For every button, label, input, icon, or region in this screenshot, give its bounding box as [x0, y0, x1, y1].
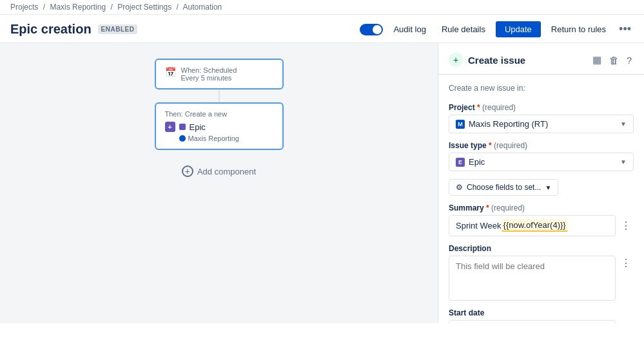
summary-input[interactable]: Sprint Week {{now.ofYear(4)}}	[449, 215, 616, 236]
start-date-input[interactable]	[449, 321, 600, 323]
enabled-toggle[interactable]	[360, 24, 383, 35]
epic-dot	[179, 124, 186, 130]
breadcrumb: Projects / Maxis Reporting / Project Set…	[0, 0, 644, 15]
add-component-button[interactable]: + Add component	[177, 163, 261, 180]
summary-static-text: Sprint Week	[456, 221, 502, 230]
issue-type-value: Epic	[469, 157, 485, 167]
choose-fields-label: Choose fields to set...	[467, 183, 541, 192]
project-icon: M	[456, 120, 465, 129]
create-issue-icon: +	[449, 53, 463, 67]
action-type: Epic	[190, 122, 206, 132]
description-textarea[interactable]	[449, 256, 616, 301]
action-card[interactable]: Then: Create a new + Epic Maxis Reportin…	[155, 102, 284, 150]
description-field-group: Description ⋮	[449, 244, 634, 301]
rule-details-button[interactable]: Rule details	[436, 22, 491, 37]
return-to-rules-button[interactable]: Return to rules	[546, 22, 611, 37]
add-component-label: Add component	[197, 167, 256, 176]
audit-log-button[interactable]: Audit log	[388, 22, 431, 37]
issue-type-label: Issue type * (required)	[449, 141, 634, 150]
start-date-label: Start date	[449, 308, 634, 317]
project-dot	[179, 135, 186, 142]
summary-label: Summary * (required)	[449, 203, 634, 212]
start-date-help-icon[interactable]: ?	[600, 322, 615, 323]
summary-more-button[interactable]: ⋮	[618, 218, 634, 233]
gear-icon: ⚙	[456, 183, 463, 192]
action-project: Maxis Reporting	[188, 135, 239, 142]
update-button[interactable]: Update	[496, 21, 541, 37]
panel-delete-button[interactable]: 🗑	[607, 53, 621, 68]
project-value: Maxis Reporting (RT)	[469, 119, 548, 129]
start-date-more-button[interactable]: ⋮	[618, 322, 634, 323]
start-date-field-group: Start date ? ⋮ Pick a date	[449, 308, 634, 323]
project-select[interactable]: M Maxis Reporting (RT) ▼	[449, 115, 634, 133]
right-panel: + Create issue ▦ 🗑 ? Create a new issue …	[438, 43, 644, 323]
summary-field-group: Summary * (required) Sprint Week {{now.o…	[449, 203, 634, 236]
project-field-group: Project * (required) M Maxis Reporting (…	[449, 103, 634, 133]
panel-sub-label: Create a new issue in:	[449, 84, 634, 93]
summary-smart-value: {{now.ofYear(4)}}	[502, 220, 568, 232]
more-options-icon[interactable]: •••	[616, 21, 634, 37]
project-label: Project * (required)	[449, 103, 634, 112]
issue-type-dropdown-arrow: ▼	[620, 158, 627, 165]
trigger-label: When: Scheduled	[181, 66, 237, 74]
enabled-badge: ENABLED	[98, 24, 138, 34]
action-card-header: Then: Create a new	[165, 110, 273, 118]
description-label: Description	[449, 244, 634, 253]
add-icon: +	[182, 165, 193, 177]
trigger-sub: Every 5 minutes	[181, 74, 237, 82]
panel-title: Create issue	[468, 55, 585, 66]
issue-type-field-group: Issue type * (required) E Epic ▼	[449, 141, 634, 171]
panel-copy-button[interactable]: ▦	[590, 52, 603, 68]
connector-line	[219, 89, 220, 102]
plus-icon: +	[165, 122, 175, 132]
page-title: Epic creation	[10, 22, 92, 37]
choose-fields-arrow: ▼	[545, 184, 551, 191]
calendar-icon: 📅	[165, 67, 176, 77]
issue-type-select[interactable]: E Epic ▼	[449, 153, 634, 171]
epic-icon: E	[456, 158, 465, 167]
choose-fields-button[interactable]: ⚙ Choose fields to set... ▼	[449, 179, 558, 196]
description-more-button[interactable]: ⋮	[618, 256, 634, 270]
panel-help-button[interactable]: ?	[625, 53, 634, 68]
trigger-card[interactable]: 📅 When: Scheduled Every 5 minutes	[155, 59, 284, 89]
project-dropdown-arrow: ▼	[620, 120, 627, 127]
